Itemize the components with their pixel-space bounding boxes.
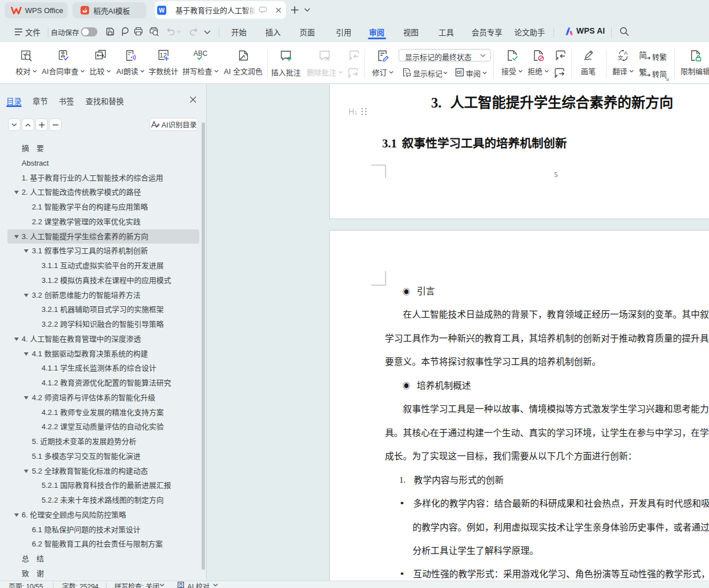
svg-text:W: W	[159, 7, 165, 14]
svg-text:A: A	[624, 50, 628, 56]
svg-text:文: 文	[617, 55, 623, 61]
svg-text:12: 12	[159, 52, 167, 59]
svg-text:ABC: ABC	[194, 50, 208, 57]
